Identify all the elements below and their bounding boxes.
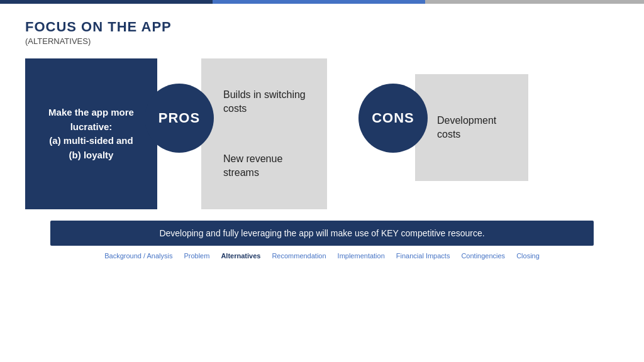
footer-nav-item[interactable]: Closing bbox=[516, 252, 540, 260]
footer-nav-item[interactable]: Background / Analysis bbox=[104, 252, 172, 260]
pros-box: Builds in switching costs New revenue st… bbox=[201, 58, 327, 209]
progress-segment-1 bbox=[0, 0, 213, 4]
cons-circle: CONS bbox=[358, 84, 428, 153]
cons-box: Development costs bbox=[415, 74, 528, 181]
footer-nav-item[interactable]: Implementation bbox=[338, 252, 385, 260]
alternative-description-text: Make the app more lucrative:(a) multi-si… bbox=[38, 106, 145, 162]
footer-nav-item[interactable]: Recommendation bbox=[272, 252, 326, 260]
bottom-banner: Developing and fully leveraging the app … bbox=[50, 221, 594, 246]
banner-text: Developing and fully leveraging the app … bbox=[159, 228, 484, 238]
progress-segment-2 bbox=[213, 0, 425, 4]
pros-item-1: Builds in switching costs bbox=[223, 82, 316, 123]
pros-item-2: New revenue streams bbox=[223, 146, 316, 187]
alternative-description-box: Make the app more lucrative:(a) multi-si… bbox=[25, 58, 157, 209]
pros-section: PROS Builds in switching costs New reven… bbox=[145, 58, 327, 209]
page-title: FOCUS ON THE APP bbox=[25, 19, 619, 35]
footer-nav-item[interactable]: Contingencies bbox=[461, 252, 505, 260]
pros-circle: PROS bbox=[145, 84, 214, 153]
footer-navigation: Background / AnalysisProblemAlternatives… bbox=[0, 246, 644, 260]
cons-label: CONS bbox=[372, 110, 414, 126]
main-content: FOCUS ON THE APP (ALTERNATIVES) Make the… bbox=[0, 4, 644, 246]
footer-nav-item[interactable]: Alternatives bbox=[221, 252, 260, 260]
content-area: Make the app more lucrative:(a) multi-si… bbox=[25, 58, 619, 209]
cons-item-1: Development costs bbox=[437, 114, 517, 142]
progress-segment-3 bbox=[425, 0, 644, 4]
page-subtitle: (ALTERNATIVES) bbox=[25, 36, 619, 46]
footer-nav-item[interactable]: Financial Impacts bbox=[396, 252, 450, 260]
pros-label: PROS bbox=[158, 110, 200, 126]
footer-nav-item[interactable]: Problem bbox=[184, 252, 209, 260]
top-progress-bar bbox=[0, 0, 644, 4]
cons-section: CONS Development costs bbox=[358, 58, 528, 181]
